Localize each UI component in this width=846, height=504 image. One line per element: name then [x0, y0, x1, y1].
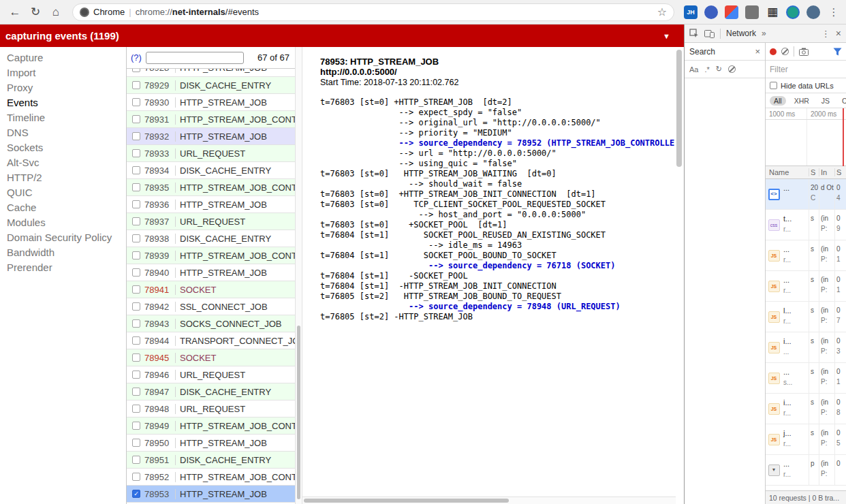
request-row[interactable]: JSj...r...s(inP:05	[766, 424, 846, 455]
event-row[interactable]: 78933URL_REQUEST	[127, 145, 295, 162]
event-checkbox[interactable]	[132, 183, 140, 191]
filter-pill-xhr[interactable]: XHR	[790, 96, 813, 106]
page-info-icon[interactable]	[80, 7, 89, 17]
extension-icon-7[interactable]	[806, 5, 820, 19]
request-row[interactable]: JSi......s(inP:03	[766, 332, 846, 363]
network-filter-input[interactable]: Filter	[766, 61, 846, 78]
event-checkbox[interactable]	[132, 422, 140, 430]
search-pane-close-icon[interactable]: ×	[755, 46, 760, 57]
bookmark-star-icon[interactable]: ☆	[657, 5, 667, 18]
sidebar-item-quic[interactable]: QUIC	[0, 185, 126, 200]
event-checkbox[interactable]	[132, 405, 140, 413]
event-checkbox[interactable]	[132, 115, 140, 123]
event-row[interactable]: 78944TRANSPORT_CONNECT_JOB	[127, 332, 295, 349]
request-row[interactable]: <>...20Cd Ot04	[766, 179, 846, 210]
browser-menu-icon[interactable]: ⋮	[827, 6, 841, 18]
event-row[interactable]: 78940HTTP_STREAM_JOB	[127, 264, 295, 281]
sidebar-item-bandwidth[interactable]: Bandwidth	[0, 245, 126, 260]
source-dependency-link[interactable]: --> source_dependency = 78948 (URL_REQUE…	[320, 302, 674, 312]
sidebar-item-capture[interactable]: Capture	[0, 50, 126, 65]
detail-hscrollbar-thumb[interactable]	[304, 499, 509, 503]
back-button[interactable]: ←	[5, 3, 25, 22]
event-row[interactable]: 78945SOCKET	[127, 349, 295, 366]
event-checkbox[interactable]	[132, 200, 140, 208]
sidebar-item-timeline[interactable]: Timeline	[0, 110, 126, 125]
events-scrollbar[interactable]	[295, 47, 302, 504]
detail-vscrollbar-thumb[interactable]	[676, 50, 682, 167]
event-checkbox[interactable]	[132, 251, 140, 259]
sidebar-item-modules[interactable]: Modules	[0, 215, 126, 230]
event-row[interactable]: 78931HTTP_STREAM_JOB_CONTROLLER	[127, 111, 295, 128]
event-row[interactable]: 78937URL_REQUEST	[127, 213, 295, 230]
hide-data-urls-checkbox[interactable]	[770, 82, 777, 89]
search-clear-icon[interactable]	[728, 65, 736, 73]
filter-pill-js[interactable]: JS	[817, 96, 834, 106]
event-row[interactable]: 78948URL_REQUEST	[127, 400, 295, 418]
extension-icon-4[interactable]	[745, 5, 759, 19]
request-row[interactable]: JSl...r...s(inP:07	[766, 302, 846, 332]
devtools-menu-icon[interactable]: ⋮	[821, 29, 830, 39]
source-dependency-link[interactable]: --> source_dependency = 78952 (HTTP_STRE…	[320, 138, 674, 148]
sidebar-item-prerender[interactable]: Prerender	[0, 260, 126, 275]
event-row[interactable]: 78941SOCKET	[127, 281, 295, 298]
extension-icon-6[interactable]	[786, 5, 800, 19]
network-overview[interactable]	[766, 120, 846, 166]
event-row[interactable]: 78932HTTP_STREAM_JOB	[127, 128, 295, 145]
sidebar-item-cache[interactable]: Cache	[0, 200, 126, 215]
regex-icon[interactable]: .*	[704, 65, 709, 74]
extension-icon-1[interactable]: JH	[684, 5, 698, 19]
event-row[interactable]: 78936HTTP_STREAM_JOB	[127, 196, 295, 213]
event-row[interactable]: 78946URL_REQUEST	[127, 366, 295, 383]
filter-pill-all[interactable]: All	[770, 96, 786, 106]
devtools-close-icon[interactable]: ×	[836, 28, 841, 39]
event-checkbox[interactable]	[132, 234, 140, 242]
column-header-col2[interactable]: In	[819, 168, 834, 176]
sidebar-item-import[interactable]: Import	[0, 65, 126, 80]
sidebar-item-domain-security-policy[interactable]: Domain Security Policy	[0, 230, 126, 245]
event-row[interactable]: 78928HTTP_STREAM_JOB	[127, 69, 295, 77]
event-row[interactable]: 78939HTTP_STREAM_JOB_CONTROLLER	[127, 247, 295, 264]
event-row[interactable]: 78929DISK_CACHE_ENTRY	[127, 77, 295, 94]
source-dependency-link[interactable]: --> source_dependency = 76718 (SOCKET)	[320, 261, 674, 271]
event-checkbox[interactable]: ✓	[132, 490, 140, 498]
sidebar-item-events[interactable]: Events	[0, 95, 126, 110]
sidebar-item-alt-svc[interactable]: Alt-Svc	[0, 155, 126, 170]
event-row[interactable]: 78952HTTP_STREAM_JOB_CONTROLLER	[127, 469, 295, 486]
sidebar-item-dns[interactable]: DNS	[0, 125, 126, 140]
request-row[interactable]: JS...s...s(inP:01	[766, 363, 846, 394]
event-checkbox[interactable]	[132, 149, 140, 157]
event-checkbox[interactable]	[132, 302, 140, 311]
detail-vscrollbar[interactable]	[676, 48, 682, 494]
clear-icon[interactable]	[781, 48, 789, 55]
event-row[interactable]: 78942SSL_CONNECT_JOB	[127, 298, 295, 315]
event-checkbox[interactable]	[132, 268, 140, 277]
event-checkbox[interactable]	[132, 166, 140, 174]
event-row[interactable]: 78930HTTP_STREAM_JOB	[127, 94, 295, 111]
event-row[interactable]: 78951DISK_CACHE_ENTRY	[127, 452, 295, 469]
tab-network[interactable]: Network	[726, 29, 756, 38]
event-checkbox[interactable]	[132, 371, 140, 379]
event-checkbox[interactable]	[132, 69, 140, 72]
device-toolbar-icon[interactable]	[704, 29, 715, 38]
extension-icon-2[interactable]	[704, 5, 718, 19]
events-scrollbar-thumb[interactable]	[297, 326, 300, 499]
sidebar-item-proxy[interactable]: Proxy	[0, 80, 126, 95]
request-row[interactable]: JS...r...s(inP:01	[766, 240, 846, 271]
sidebar-item-sockets[interactable]: Sockets	[0, 140, 126, 155]
filter-pill-css[interactable]: CSS	[838, 96, 846, 106]
event-checkbox[interactable]	[132, 353, 140, 362]
request-row[interactable]: JS...r...s(inP:01	[766, 271, 846, 302]
request-row[interactable]: ▾...r...p(inP:0	[766, 455, 846, 486]
event-checkbox[interactable]	[132, 81, 140, 89]
event-row[interactable]: 78934DISK_CACHE_ENTRY	[127, 162, 295, 179]
column-header-col1[interactable]: S	[809, 168, 819, 176]
event-row[interactable]: 78943SOCKS_CONNECT_JOB	[127, 315, 295, 332]
event-checkbox[interactable]	[132, 388, 140, 396]
record-icon[interactable]	[770, 48, 777, 55]
detail-hscrollbar[interactable]	[302, 497, 676, 504]
request-row[interactable]: csst...r...s(inP:09	[766, 210, 846, 240]
request-row[interactable]: JSi...r...s(inP:08	[766, 394, 846, 424]
capture-screenshots-icon[interactable]	[799, 48, 809, 56]
events-filter-input[interactable]	[146, 52, 244, 64]
filter-help-link[interactable]: (?)	[131, 52, 142, 63]
